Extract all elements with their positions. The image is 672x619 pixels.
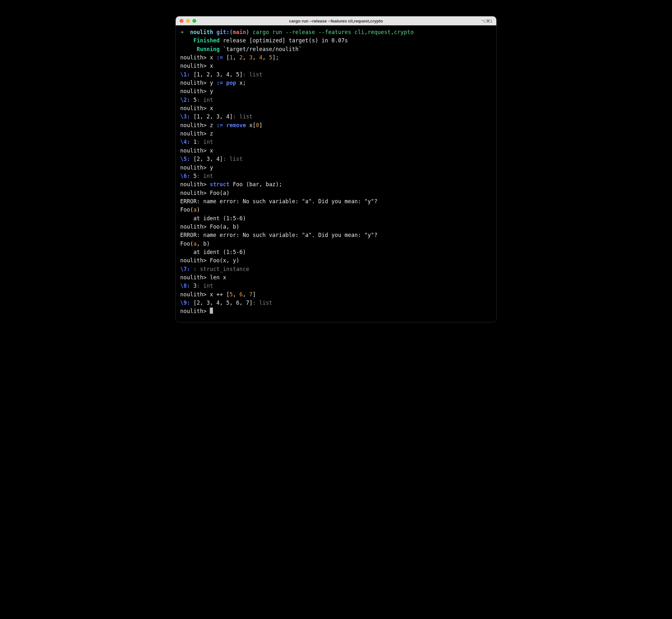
repl-output: \3: [1, 2, 3, 4]: list: [180, 112, 492, 121]
repl-prompt: noulith>: [180, 88, 206, 94]
repl-output: \9: [2, 3, 4, 5, 6, 7]: list: [180, 298, 492, 307]
git-label: git:: [217, 29, 230, 35]
repl-output: \2: 5: int: [180, 96, 492, 104]
repl-prompt: noulith>: [180, 181, 206, 188]
build-finished-line: Finished release [optimized] target(s) i…: [180, 36, 492, 45]
output-index: \5:: [180, 156, 190, 162]
output-index: \7:: [180, 266, 190, 272]
window-title: cargo run --release --features cli,reque…: [289, 19, 383, 23]
repl-input: noulith> x := [1, 2, 3, 4, 5];: [180, 53, 492, 62]
repl-input: noulith> y := pop x;: [180, 79, 492, 87]
terminal-body[interactable]: ➜ noulith git:(main) cargo run --release…: [176, 25, 496, 322]
output-index: \8:: [180, 282, 190, 289]
output-type: : int: [197, 139, 213, 145]
running-text: `target/release/noulith`: [220, 46, 302, 52]
repl-prompt: noulith>: [180, 257, 206, 264]
repl-input: noulith> y: [180, 87, 492, 95]
prompt-arrow-icon: ➜: [180, 29, 183, 35]
repl-prompt: noulith>: [180, 122, 206, 128]
error-context: Foo(a): [180, 205, 492, 214]
output-index: \4:: [180, 139, 190, 145]
output-value: [2, 3, 4, 5, 6, 7]: [190, 299, 252, 306]
repl-prompt: noulith>: [180, 190, 206, 196]
repl-prompt: noulith>: [180, 54, 206, 61]
output-type: : list: [233, 113, 252, 120]
output-type: : int: [197, 282, 213, 289]
output-type: : list: [252, 299, 272, 306]
repl-prompt: noulith>: [180, 105, 206, 112]
traffic-lights: [180, 19, 196, 23]
repl-input: noulith> x: [180, 62, 492, 70]
repl-prompt: noulith>: [180, 291, 206, 298]
output-value: [2, 3, 4]: [190, 156, 223, 162]
repl-prompt: noulith>: [180, 223, 206, 230]
repl-output: \7: : struct_instance: [180, 265, 492, 273]
git-branch: main: [233, 29, 246, 35]
output-value: [1, 2, 3, 4]: [190, 113, 233, 120]
repl-input: noulith> len x: [180, 273, 492, 282]
output-value: 1: [190, 139, 197, 145]
repl-prompt: noulith>: [180, 164, 206, 171]
output-type: : list: [243, 71, 262, 78]
minimize-button[interactable]: [186, 19, 190, 23]
output-index: \9:: [180, 299, 190, 306]
repl-output: \5: [2, 3, 4]: list: [180, 155, 492, 163]
output-value: 5: [190, 97, 197, 103]
output-value: [190, 266, 193, 272]
repl-prompt: noulith>: [180, 308, 206, 314]
output-value: 3: [190, 282, 197, 289]
shell-command: cargo run --release --features cli,reque…: [252, 29, 414, 35]
output-index: \3:: [180, 113, 190, 120]
output-type: : int: [197, 173, 213, 179]
build-running-line: Running `target/release/noulith`: [180, 45, 492, 53]
error-context: Foo(a, b): [180, 239, 492, 248]
repl-input: noulith> y: [180, 163, 492, 172]
repl-input: noulith> x ++ [5, 6, 7]: [180, 290, 492, 298]
terminal-window: cargo run --release --features cli,reque…: [175, 16, 497, 322]
repl-input: noulith> struct Foo (bar, baz);: [180, 180, 492, 189]
running-label: Running: [197, 46, 220, 52]
close-button[interactable]: [180, 19, 183, 23]
shell-prompt-line: ➜ noulith git:(main) cargo run --release…: [180, 28, 492, 36]
repl-prompt: noulith>: [180, 274, 206, 281]
repl-input: noulith> z := remove x[0]: [180, 121, 492, 129]
cursor-icon: [210, 307, 213, 314]
repl-prompt: noulith>: [180, 147, 206, 154]
repl-input: noulith> Foo(a, b): [180, 222, 492, 231]
window-shortcut: ⌥⌘1: [481, 19, 492, 23]
repl-prompt: noulith>: [180, 63, 206, 69]
output-type: : int: [197, 97, 213, 103]
finished-label: Finished: [193, 37, 220, 44]
traceback-line: at ident (1:5-6): [180, 214, 492, 222]
repl-input: noulith> x: [180, 146, 492, 155]
git-paren-open: (: [230, 29, 233, 35]
repl-output: \8: 3: int: [180, 282, 492, 290]
error-line: ERROR: name error: No such variable: "a"…: [180, 231, 492, 239]
repl-input: noulith> x: [180, 104, 492, 112]
repl-input: noulith> z: [180, 129, 492, 138]
output-index: \1:: [180, 71, 190, 78]
repl-input-active[interactable]: noulith>: [180, 307, 492, 315]
maximize-button[interactable]: [192, 19, 196, 23]
output-type: : struct_instance: [193, 266, 249, 272]
error-line: ERROR: name error: No such variable: "a"…: [180, 197, 492, 205]
git-paren-close: ): [246, 29, 249, 35]
titlebar: cargo run --release --features cli,reque…: [176, 16, 496, 25]
repl-output: \1: [1, 2, 3, 4, 5]: list: [180, 70, 492, 79]
cwd: noulith: [190, 29, 213, 35]
output-index: \2:: [180, 97, 190, 103]
repl-output: \6: 5: int: [180, 172, 492, 180]
repl-output: \4: 1: int: [180, 138, 492, 146]
output-value: 5: [190, 173, 197, 179]
output-type: : list: [223, 156, 243, 162]
repl-input: noulith> Foo(a): [180, 189, 492, 197]
repl-prompt: noulith>: [180, 80, 206, 86]
output-value: [1, 2, 3, 4, 5]: [190, 71, 243, 78]
output-index: \6:: [180, 173, 190, 179]
traceback-line: at ident (1:5-6): [180, 248, 492, 256]
repl-input: noulith> Foo(x, y): [180, 256, 492, 265]
finished-text: release [optimized] target(s) in 0.07s: [220, 37, 348, 44]
repl-prompt: noulith>: [180, 130, 206, 137]
